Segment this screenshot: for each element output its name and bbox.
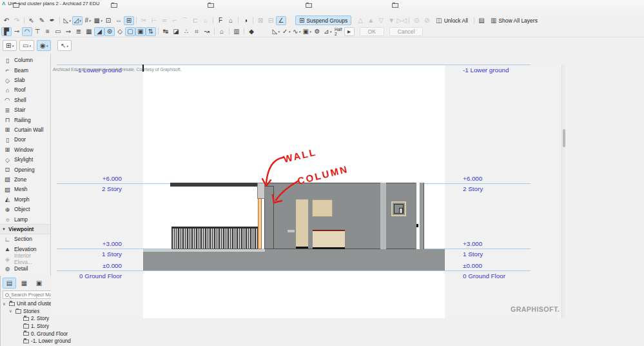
rect-icon[interactable]: ▭▾ [53, 27, 63, 36]
canvas-scrollbar[interactable] [561, 65, 565, 318]
toolbox-item[interactable]: ⊞ Window [0, 145, 50, 154]
flip-icon[interactable]: ▷◁▾ [396, 16, 407, 25]
balcony-roof-slab[interactable] [170, 183, 264, 187]
story-level-line[interactable] [57, 270, 531, 271]
view-map-tab[interactable]: ▦ [17, 278, 31, 289]
separator[interactable]: ▾ [212, 27, 217, 36]
magic-wand-icon[interactable]: ∠▾ [276, 16, 286, 25]
arc-segment-icon[interactable]: ◠▾ [22, 27, 32, 36]
balcony-railing[interactable] [171, 227, 258, 249]
separator[interactable]: ▾ [22, 16, 26, 25]
toolbox-item[interactable]: ⊕ Object [0, 204, 50, 214]
separator[interactable]: ▾ [211, 16, 215, 25]
tree-expander-icon[interactable]: ∨ [3, 301, 7, 307]
overlap-windows-icon[interactable]: ▣▾ [135, 27, 146, 36]
toolbox-item[interactable]: ≣ Stair [0, 105, 50, 115]
separator[interactable]: ▾ [236, 16, 240, 25]
current-tool-arrow-button[interactable]: ↖▸ [57, 40, 72, 51]
grid-snap-icon[interactable]: #▾ [83, 16, 93, 25]
checkmark-icon[interactable]: ✓▾ [281, 27, 291, 36]
toolbox-item[interactable]: ▨ Mesh [0, 185, 50, 194]
interior-partition[interactable] [380, 183, 386, 249]
spline-icon[interactable]: ∿▾ [291, 27, 302, 36]
toolbox-item[interactable]: ⌂ Roof [0, 85, 50, 95]
send-back-icon[interactable]: ▼▾ [386, 16, 396, 25]
organizer-icon[interactable]: ▭▾ [19, 40, 34, 51]
separator[interactable]: ▾ [134, 16, 139, 25]
slope-icon[interactable]: ◢▾ [94, 27, 104, 36]
canvas-scrollbar-thumb[interactable] [563, 129, 565, 147]
set-square-icon[interactable]: ◺▾ [271, 27, 281, 36]
separator[interactable]: ▾ [472, 16, 476, 25]
toolbox-item[interactable]: ⊓ Railing [0, 115, 50, 125]
toolbox-item[interactable]: ◭ Morph [0, 194, 50, 204]
toolbox-item[interactable]: ◠ Shell [0, 95, 50, 105]
separator[interactable]: ▾ [57, 16, 62, 25]
grid-display-icon[interactable]: ▦▾ [93, 16, 103, 25]
tee-icon[interactable]: ⊤▾ [32, 27, 43, 36]
hatch-icon[interactable]: ▦▾ [84, 27, 94, 36]
counter[interactable] [313, 230, 345, 249]
separator[interactable]: ▾ [227, 27, 231, 36]
dots-icon[interactable]: ∴▾ [181, 27, 191, 36]
pick-up-parameters-icon[interactable]: ⇖▾ [26, 16, 37, 25]
lines-icon[interactable]: ≡▾ [43, 27, 53, 36]
tall-cabinet[interactable] [296, 199, 308, 249]
editing-plane-icon[interactable]: ⊡▾ [103, 16, 113, 25]
toolbox-item[interactable]: ▧ Zone [0, 174, 50, 184]
guide-lines-icon[interactable]: ◺▾ [62, 16, 72, 25]
diamond-filled-icon[interactable]: ◆▾ [246, 27, 257, 36]
ground-slab[interactable] [143, 249, 445, 270]
wave-icon[interactable]: ↝▾ [202, 27, 212, 36]
toolbox-item[interactable]: ⊡ Opening [0, 165, 50, 174]
story-level-line[interactable] [57, 65, 531, 65]
eyedropper-icon[interactable]: ✎▾ [37, 16, 47, 25]
sheet-icon[interactable]: ▥▾ [231, 27, 242, 36]
wrench-icon[interactable]: ⚙▾ [312, 27, 322, 36]
wall-shelf[interactable] [287, 229, 295, 233]
window-element[interactable] [391, 201, 406, 216]
jump-icon[interactable]: ↹▾ [161, 27, 171, 36]
move-icon[interactable]: ⊠▾ [255, 16, 266, 25]
home-icon[interactable]: ⌂▾ [217, 27, 227, 36]
project-map-tab[interactable]: ▤ [3, 278, 16, 289]
inject-parameters-icon[interactable]: ✒▾ [47, 16, 57, 25]
fillet-icon[interactable]: ⌒▾ [180, 16, 190, 25]
lock-icon[interactable]: ⊙▾ [411, 16, 422, 25]
suspend-groups-button[interactable]: ⊞ Suspend Groups [295, 15, 351, 25]
send-backward-icon[interactable]: ▽▾ [376, 16, 386, 25]
dashed-rect-icon[interactable]: ▢▾ [125, 27, 135, 36]
trim-icon[interactable]: ⊢▾ [149, 16, 159, 25]
separator[interactable]: ▾ [407, 16, 411, 25]
toolbox-item[interactable]: ⊚ Detail [0, 264, 50, 274]
adjust-icon[interactable]: ≍▾ [159, 16, 170, 25]
undo-icon[interactable]: ↶▾ [1, 16, 12, 25]
diamond-icon[interactable]: ◇▾ [115, 27, 125, 36]
intersect-icon[interactable]: ⌐▾ [170, 16, 180, 25]
toolbox-item[interactable]: ☼ Lamp [0, 214, 50, 224]
half-fill-icon[interactable]: ◪▾ [171, 27, 181, 36]
toolbox-item[interactable]: ◈ Interior Eleva... [0, 254, 50, 263]
bring-front-icon[interactable]: ▲▾ [366, 16, 376, 25]
toolbox-item[interactable]: ∟ Section [0, 234, 50, 244]
home-story-icon[interactable]: ⌂▾ [226, 16, 236, 25]
link-icon[interactable]: ⊸▾ [12, 27, 22, 36]
toolbox-item[interactable]: ◇ Skylight [0, 154, 50, 164]
tree-item[interactable]: -1. Lower ground [1, 338, 78, 345]
toolbox-item[interactable]: ▯ Column [0, 56, 50, 65]
right-wall-cut[interactable] [420, 183, 424, 249]
more-options-icon[interactable]: ▸ [344, 27, 355, 36]
drawing-canvas[interactable]: +6.0002 Story+3.0001 Story±0.0000 Ground… [51, 65, 566, 318]
align-icon[interactable]: ⊟▾ [266, 16, 276, 25]
separator[interactable]: ▾ [251, 16, 255, 25]
stretch-icon[interactable]: ⊏▾ [190, 16, 200, 25]
bring-forward-icon[interactable]: △▾ [355, 16, 366, 25]
snap-guides-icon[interactable]: ◿▾ [72, 16, 83, 25]
toolbox-item[interactable]: ⊞ Curtain Wall [0, 125, 50, 134]
frame-icon[interactable]: ▣▾ [302, 27, 312, 36]
tree-item[interactable]: 1. Story [1, 323, 78, 331]
upper-cabinet[interactable] [312, 199, 333, 217]
wall-cut[interactable] [257, 183, 265, 199]
unlock-icon[interactable]: ⊘▾ [422, 16, 432, 25]
toolbox-item[interactable]: ⌐ Beam [0, 65, 50, 75]
